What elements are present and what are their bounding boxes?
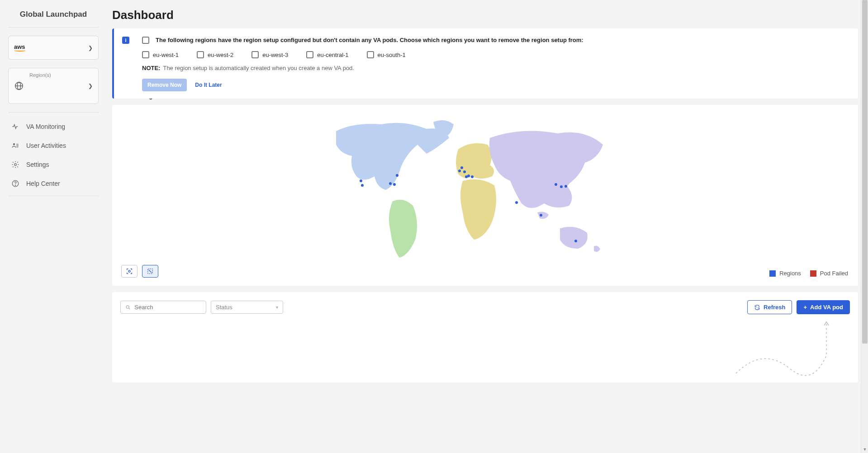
notice-heading: The following regions have the region se… <box>156 37 583 43</box>
region-option[interactable]: eu-west-2 <box>197 51 233 58</box>
world-map[interactable] <box>120 113 850 262</box>
region-dot[interactable] <box>361 184 364 187</box>
user-list-icon <box>11 142 20 150</box>
checkbox[interactable] <box>251 51 259 58</box>
monitor-icon <box>11 123 20 131</box>
nav-settings[interactable]: Settings <box>8 155 99 174</box>
map-tools <box>121 265 158 278</box>
svg-point-5 <box>15 185 15 185</box>
page-title: Dashboard <box>112 8 858 22</box>
region-option[interactable]: eu-west-1 <box>142 51 179 58</box>
region-dot[interactable] <box>515 201 518 204</box>
status-label: Status <box>216 304 232 311</box>
region-dot[interactable] <box>540 214 542 217</box>
chevron-right-icon: ❯ <box>88 83 93 89</box>
map-region-dots <box>309 113 662 262</box>
nav-label: Help Center <box>26 180 60 187</box>
nav-user-activities[interactable]: User Activities <box>8 136 99 155</box>
region-dot[interactable] <box>460 166 463 169</box>
globe-icon <box>14 81 24 91</box>
svg-point-2 <box>13 143 15 146</box>
main-content: Dashboard i The following regions have t… <box>112 0 868 382</box>
account-selector[interactable]: aws 059356112352 ❯ <box>8 36 99 60</box>
world-map-card: Regions Pod Failed <box>112 105 858 286</box>
region-dot[interactable] <box>564 185 567 188</box>
info-icon: i <box>122 37 129 44</box>
search-icon <box>125 304 131 311</box>
map-deselect-button[interactable] <box>142 265 158 278</box>
notice-note: NOTE:The region setup is automatically c… <box>142 65 848 71</box>
scroll-thumb[interactable] <box>862 0 868 344</box>
nav-label: VA Monitoring <box>26 123 65 130</box>
nav-va-monitoring[interactable]: VA Monitoring <box>8 117 99 136</box>
refresh-button[interactable]: Refresh <box>747 300 792 314</box>
region-dot[interactable] <box>458 170 461 172</box>
scroll-down-arrow[interactable]: ▼ <box>861 446 868 453</box>
region-dot[interactable] <box>574 240 577 242</box>
region-dot[interactable] <box>555 183 557 186</box>
vertical-scrollbar[interactable]: ▲ ▼ <box>861 0 868 453</box>
checkbox[interactable] <box>367 51 374 58</box>
add-va-pod-button[interactable]: + Add VA pod <box>797 300 850 314</box>
refresh-icon <box>754 304 760 311</box>
nav-label: User Activities <box>26 142 66 149</box>
region-dot[interactable] <box>560 185 563 188</box>
plus-icon: + <box>803 304 807 311</box>
nav-label: Settings <box>26 161 49 168</box>
decorative-path <box>731 319 849 382</box>
aws-icon: aws <box>14 44 26 52</box>
map-focus-button[interactable] <box>121 265 138 278</box>
region-dot[interactable] <box>396 174 398 177</box>
legend-item: Regions <box>769 270 801 277</box>
region-dot[interactable] <box>393 183 396 186</box>
pods-table-card: Status ▾ Refresh + Add VA pod <box>112 292 858 382</box>
region-dot[interactable] <box>463 170 466 173</box>
sidebar: Global Launchpad aws 059356112352 ❯ Regi… <box>0 0 107 453</box>
checkbox[interactable] <box>142 51 149 58</box>
svg-point-6 <box>128 270 130 272</box>
search-input-wrap[interactable] <box>120 301 206 314</box>
help-icon <box>11 179 20 188</box>
nav-help-center[interactable]: Help Center <box>8 174 99 193</box>
region-checkbox-row: eu-west-1 eu-west-2 eu-west-3 eu-central… <box>142 51 848 58</box>
brand-title: Global Launchpad <box>8 0 99 28</box>
legend-item: Pod Failed <box>810 270 848 277</box>
svg-point-3 <box>14 164 17 166</box>
region-dot[interactable] <box>360 179 362 182</box>
svg-point-8 <box>126 305 129 308</box>
region-selector[interactable]: Region(s) Select Region ❯ <box>8 68 99 104</box>
remove-now-button[interactable]: Remove Now <box>142 79 187 91</box>
region-option[interactable]: eu-central-1 <box>306 51 348 58</box>
nav-section: VA Monitoring User Activities Settings H… <box>8 112 99 193</box>
select-all-checkbox[interactable] <box>142 37 149 44</box>
checkbox[interactable] <box>306 51 313 58</box>
search-input[interactable] <box>134 304 201 311</box>
region-cleanup-notice: i The following regions have the region … <box>112 28 858 99</box>
map-legend: Regions Pod Failed <box>769 270 848 277</box>
gear-icon <box>11 160 20 169</box>
status-select[interactable]: Status ▾ <box>211 301 283 314</box>
region-dot[interactable] <box>467 175 470 177</box>
region-dot[interactable] <box>471 175 474 178</box>
region-option[interactable]: eu-south-1 <box>367 51 406 58</box>
do-it-later-link[interactable]: Do It Later <box>195 82 222 88</box>
chevron-down-icon: ▾ <box>276 305 278 310</box>
checkbox[interactable] <box>197 51 204 58</box>
region-option[interactable]: eu-west-3 <box>251 51 288 58</box>
chevron-right-icon: ❯ <box>88 45 93 51</box>
region-dot[interactable] <box>389 182 392 185</box>
